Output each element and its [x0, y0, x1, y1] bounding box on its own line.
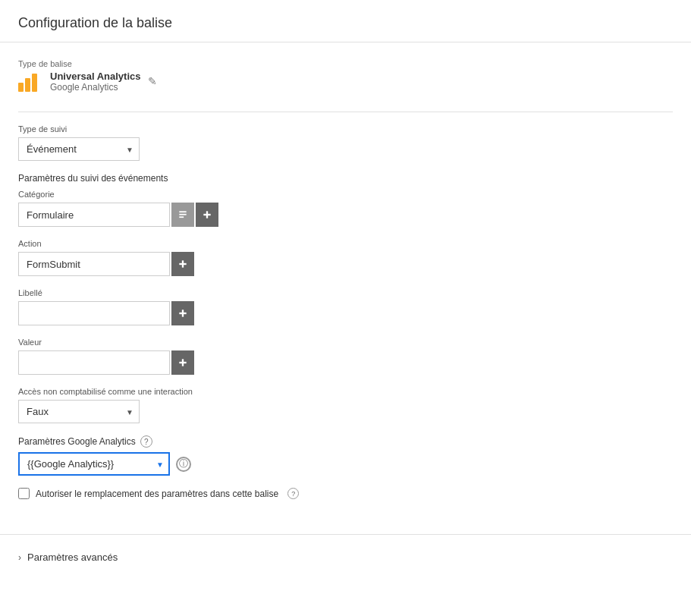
svg-rect-10 [179, 362, 186, 363]
action-label: Action [18, 239, 673, 248]
non-interaction-select[interactable]: Faux Vrai [18, 400, 140, 423]
tag-type-label: Type de balise [18, 59, 72, 68]
tag-subtitle: Google Analytics [50, 82, 140, 93]
replace-checkbox[interactable] [18, 488, 30, 499]
tag-type-section: Type de balise Universal Analytics Googl… [18, 58, 673, 96]
bar2 [25, 78, 30, 92]
ga-select-outer: {{Google Analytics}} ▼ [18, 452, 170, 476]
tag-name-block: Universal Analytics Google Analytics [50, 71, 140, 93]
non-interaction-label: Accès non comptabilisé comme une interac… [18, 387, 673, 396]
footer-divider [0, 534, 691, 535]
doc-icon [177, 209, 188, 220]
section-divider [18, 112, 673, 112]
svg-rect-0 [179, 211, 186, 212]
action-input-row [18, 252, 673, 276]
svg-rect-8 [179, 313, 186, 314]
ga-params-help-icon[interactable]: ? [140, 435, 152, 448]
category-input-row [18, 203, 673, 227]
category-group: Catégorie [18, 190, 673, 227]
valeur-input[interactable] [18, 350, 170, 375]
libelle-label: Libellé [18, 288, 673, 297]
header: Configuration de la balise [0, 0, 691, 42]
libelle-input[interactable] [18, 301, 170, 325]
ga-params-group: Paramètres Google Analytics ? {{Google A… [18, 435, 673, 476]
ga-info-icon[interactable]: ⓘ [176, 457, 191, 472]
tag-name: Universal Analytics [50, 71, 140, 82]
replace-checkbox-label: Autoriser le remplacement des paramètres… [36, 489, 278, 499]
bar1 [18, 83, 24, 92]
category-input[interactable] [18, 203, 170, 227]
svg-rect-6 [179, 263, 186, 265]
event-params-section: Paramètres du suivi des événements Catég… [18, 173, 673, 375]
svg-rect-4 [203, 214, 210, 215]
valeur-label: Valeur [18, 338, 673, 347]
page-container: Configuration de la balise Type de balis… [0, 0, 691, 616]
ga-select-wrapper: {{Google Analytics}} ▼ ⓘ [18, 452, 673, 476]
content: Type de balise Universal Analytics Googl… [0, 42, 691, 526]
libelle-plus-button[interactable] [171, 301, 194, 325]
plus-icon [202, 209, 212, 220]
tracking-type-select[interactable]: Événement Page Vue Transaction [18, 137, 140, 161]
libelle-group: Libellé [18, 288, 673, 325]
plus-icon-valeur [177, 357, 188, 368]
event-params-label: Paramètres du suivi des événements [18, 173, 673, 184]
action-input[interactable] [18, 252, 170, 276]
category-label: Catégorie [18, 190, 673, 199]
non-interaction-select-wrapper: Faux Vrai ▼ [18, 400, 140, 423]
svg-rect-2 [179, 216, 184, 218]
plus-icon-action [177, 259, 188, 269]
edit-icon[interactable]: ✎ [148, 75, 157, 87]
plus-icon-libelle [177, 308, 188, 319]
libelle-input-row [18, 301, 673, 325]
action-plus-button[interactable] [171, 252, 194, 276]
action-group: Action [18, 239, 673, 276]
tracking-type-select-wrapper: Événement Page Vue Transaction ▼ [18, 137, 140, 161]
ga-params-header: Paramètres Google Analytics ? [18, 435, 673, 448]
replace-checkbox-row: Autoriser le remplacement des paramètres… [18, 488, 673, 499]
valeur-input-row [18, 350, 673, 375]
svg-rect-1 [179, 214, 186, 215]
tracking-type-label: Type de suivi [18, 124, 673, 134]
valeur-group: Valeur [18, 338, 673, 375]
ua-analytics-icon [18, 69, 42, 93]
tag-type-row: Universal Analytics Google Analytics ✎ [18, 69, 673, 96]
non-interaction-group: Accès non comptabilisé comme une interac… [18, 387, 673, 423]
advanced-label: Paramètres avancés [27, 552, 118, 563]
page-title: Configuration de la balise [18, 15, 673, 31]
ga-params-select[interactable]: {{Google Analytics}} [18, 452, 170, 476]
replace-help-icon[interactable]: ? [287, 488, 299, 499]
chevron-right-icon: › [18, 552, 21, 563]
category-doc-button[interactable] [171, 203, 194, 227]
bar3 [32, 74, 37, 92]
category-plus-button[interactable] [196, 203, 218, 227]
advanced-row[interactable]: › Paramètres avancés [0, 542, 691, 572]
ga-params-label: Paramètres Google Analytics [18, 436, 136, 447]
tracking-type-group: Type de suivi Événement Page Vue Transac… [18, 124, 673, 161]
valeur-plus-button[interactable] [171, 350, 194, 375]
